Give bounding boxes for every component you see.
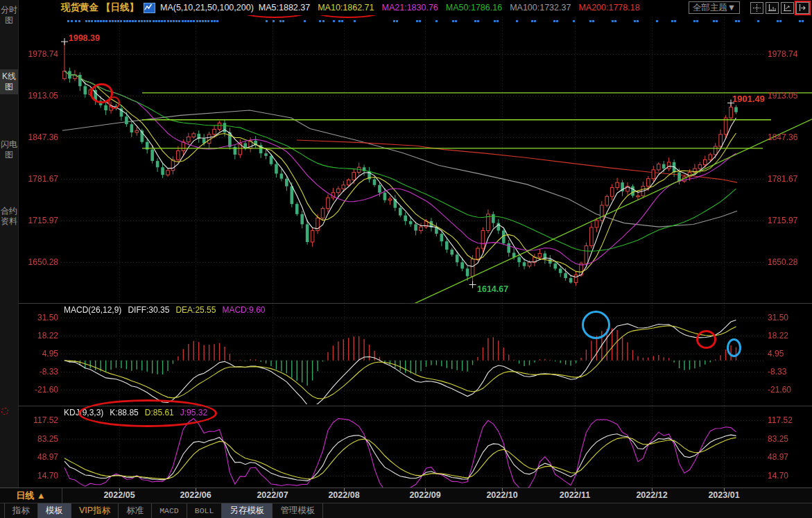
event-dot (696, 20, 698, 22)
macd-value-3: MACD:9.60 (222, 305, 265, 315)
event-dot (589, 20, 591, 22)
sidebar-tab-1[interactable]: 分时图 (0, 3, 18, 28)
x-axis-label-2022/08: 2022/08 (328, 490, 359, 500)
all-themes-button[interactable]: 全部主题▼ (689, 1, 740, 14)
ma-value-2: MA10:1862.71 (318, 3, 374, 12)
bottom-tab-7[interactable]: 另存模板 (222, 503, 273, 518)
price-axis-label-r-2: 1978.74 (768, 49, 808, 59)
ma-values: MA5:1882.37MA10:1862.71MA21:1830.76MA50:… (259, 3, 640, 12)
price-axis-label-r-3: 1913.05 (768, 91, 808, 101)
event-dot (170, 20, 172, 22)
kdj-values: K:88.85D:85.61J:95.32 (110, 408, 207, 417)
kdj-axis-label-l-4: 14.70 (18, 471, 58, 481)
high-price-annotation: 1998.39 (69, 33, 100, 43)
event-dot (452, 20, 454, 22)
kline-settings-icon[interactable] (144, 3, 155, 13)
event-dot (416, 20, 418, 22)
price-chart-canvas[interactable] (0, 0, 812, 518)
ma-value-5: MA100:1732.37 (510, 3, 571, 12)
event-dot (126, 20, 128, 22)
event-dot (777, 20, 779, 22)
event-dot (494, 20, 496, 22)
event-dot (266, 20, 268, 22)
price-axis-label-r-7: 1650.28 (768, 257, 808, 267)
event-dot (71, 20, 73, 22)
event-dot (333, 20, 335, 22)
event-dot (190, 20, 192, 22)
x-axis-tick (344, 488, 345, 491)
sidebar-tab-3[interactable]: 闪电图 (0, 137, 18, 162)
event-dot (184, 20, 187, 22)
event-dot (674, 20, 676, 22)
event-dot (214, 20, 216, 22)
sidebar-tab-4[interactable]: 合约资料 (0, 204, 18, 229)
macd-axis-label-r-3: 4.95 (768, 349, 808, 359)
event-dot (614, 20, 616, 22)
event-dot (435, 20, 438, 22)
event-dot (531, 20, 533, 22)
axis-scale-icon[interactable] (781, 2, 794, 14)
event-dot (144, 20, 146, 22)
kdj-axis-label-l-2: 83.25 (18, 434, 58, 444)
pane-settings-icon[interactable] (1, 408, 8, 415)
event-dot (455, 20, 457, 22)
indicator-tabs-bar: 指标模板VIP指标标准MACDBOLL另存模板管理模板 (0, 503, 812, 518)
bottom-tab-6[interactable]: BOLL (187, 503, 223, 518)
event-dot (193, 20, 195, 22)
pop-out-icon[interactable] (796, 2, 809, 14)
bottom-tab-3[interactable]: VIP指标 (71, 503, 119, 518)
event-dot (516, 20, 518, 22)
event-dot (153, 20, 155, 22)
event-dot (85, 20, 87, 22)
price-axis-label-r-5: 1781.67 (768, 174, 808, 184)
x-axis-label-2022/09: 2022/09 (409, 490, 440, 500)
event-dot (161, 20, 163, 22)
event-dot (182, 20, 184, 22)
x-axis-tick (652, 488, 653, 491)
x-axis-tick (273, 488, 273, 491)
x-axis-tick (575, 488, 576, 491)
kdj-axis-label-r-2: 83.25 (768, 434, 808, 444)
axis-grid-icon[interactable] (766, 2, 779, 14)
chart-toolbar (750, 2, 809, 14)
bottom-tab-4[interactable]: 标准 (119, 503, 152, 518)
kdj-title[interactable]: KDJ(9,3,3) (64, 408, 103, 417)
event-dot (114, 20, 116, 22)
macd-value-2: DEA:25.55 (175, 305, 216, 315)
x-axis-label-2022/06: 2022/06 (180, 490, 211, 500)
period-selector[interactable]: 日线 ▲ (0, 488, 62, 503)
bottom-tab-5[interactable]: MACD (152, 503, 187, 518)
kdj-axis-label-r-3: 48.97 (768, 452, 808, 462)
kdj-pane-header: KDJ(9,3,3) K:88.85D:85.61J:95.32 (64, 408, 207, 417)
bottom-tab-8[interactable]: 管理模板 (273, 503, 323, 518)
event-dot (103, 20, 105, 22)
event-dot (338, 20, 340, 22)
x-axis-label-2022/05: 2022/05 (103, 490, 135, 500)
period-tag: 【日线】 (101, 1, 139, 14)
event-dot (304, 20, 306, 22)
event-dot (138, 20, 140, 22)
bottom-tab-2[interactable]: 模板 (38, 503, 71, 518)
event-dot (656, 20, 658, 22)
sidebar-tab-2[interactable]: K线图 (0, 69, 18, 94)
event-dot (167, 20, 169, 22)
event-dot (612, 20, 614, 22)
event-dot (164, 20, 166, 22)
kdj-axis-label-l-3: 48.97 (18, 452, 58, 462)
ma-group-label[interactable]: MA(5,10,21,50,100,200) (160, 3, 254, 12)
price-axis-label-l-2: 1978.74 (18, 49, 58, 59)
event-dot (757, 20, 759, 22)
macd-axis-label-r-4: -8.33 (768, 367, 808, 377)
event-dot (592, 20, 594, 22)
x-axis-label-2022/11: 2022/11 (560, 490, 591, 500)
event-dot (496, 20, 499, 22)
event-dot (634, 20, 636, 22)
event-dot (211, 20, 213, 22)
event-dot (91, 20, 93, 22)
x-axis-tick (502, 488, 503, 491)
event-dot (94, 20, 96, 22)
event-dot (109, 20, 111, 22)
bottom-tab-1[interactable]: 指标 (4, 503, 38, 518)
macd-title[interactable]: MACD(26,12,9) (64, 305, 121, 315)
pan-icon[interactable] (750, 2, 763, 14)
